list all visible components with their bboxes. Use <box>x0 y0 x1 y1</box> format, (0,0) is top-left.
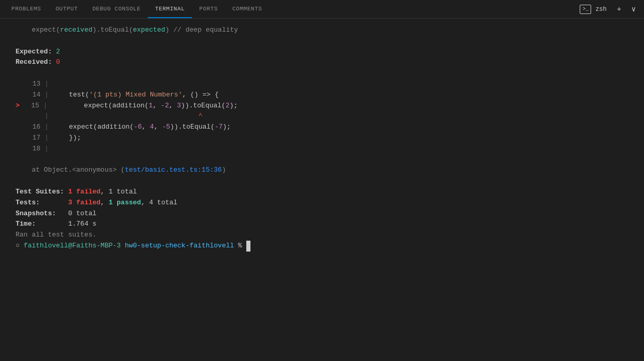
line-num-15: 15 <box>24 101 39 112</box>
snapshots-line: Snapshots: 0 total <box>16 209 634 219</box>
tab-comments[interactable]: COMMENTS <box>225 0 269 18</box>
prompt-dir: hw0-setup-check-faithlovell <box>125 241 234 252</box>
code-line-14: 14 | test('(1 pts) Mixed Numbers', () =>… <box>16 90 634 101</box>
expected-value: 2 <box>56 47 60 58</box>
suites-failed-num: 1 failed <box>68 187 100 198</box>
code-line-13: 13 | <box>16 79 634 90</box>
prompt-line: ○ faithlovell@Faiths-MBP-3 hw0-setup-che… <box>16 241 634 252</box>
ran-all-text: Ran all test suites. <box>16 230 96 241</box>
line-num-14: 14 <box>25 90 40 101</box>
expected-line: Expected: 2 <box>16 47 634 58</box>
time-line: Time: 1.764 s <box>16 219 634 230</box>
at-object-line: at Object.<anonymous> (test/basic.test.t… <box>16 165 634 176</box>
expect-line: expect(received).toEqual(expected) // de… <box>16 25 634 36</box>
expect-text: expect(received).toEqual(expected) // de… <box>16 25 238 36</box>
received-value: 0 <box>56 57 60 68</box>
shell-name-label: zsh <box>595 6 607 13</box>
terminal-icon: >_ <box>580 5 591 14</box>
tab-terminal[interactable]: TERMINAL <box>148 0 192 18</box>
code-line-17: 17 | }); <box>16 133 634 144</box>
tests-line: Tests: 3 failed , 1 passed , 4 total <box>16 198 634 209</box>
snapshots-value: 0 total <box>68 209 96 219</box>
code-line-16: 16 | expect(addition(-6, 4, -5)).toEqual… <box>16 122 634 133</box>
tab-actions: >_ zsh + ∨ <box>580 3 640 16</box>
add-terminal-button[interactable]: + <box>613 3 625 16</box>
terminal-options-button[interactable]: ∨ <box>627 3 640 16</box>
test-suites-line: Test Suites: 1 failed , 1 total <box>16 187 634 198</box>
prompt-user: faithlovell@Faiths-MBP-3 <box>24 241 121 252</box>
ran-all-line: Ran all test suites. <box>16 230 634 241</box>
line-num-16: 16 <box>25 122 40 133</box>
tab-debug-console[interactable]: DEBUG CONSOLE <box>85 0 148 18</box>
tests-failed-count: 3 failed <box>68 198 100 209</box>
tab-output[interactable]: OUTPUT <box>48 0 85 18</box>
line-num-17: 17 <box>25 133 40 144</box>
received-line: Received: 0 <box>16 57 634 68</box>
tab-ports[interactable]: PORTS <box>192 0 225 18</box>
code-line-15: > 15 | expect(addition(1, -2, 3)).toEqua… <box>16 101 634 112</box>
line-num-13: 13 <box>25 79 40 90</box>
tab-bar: PROBLEMS OUTPUT DEBUG CONSOLE TERMINAL P… <box>0 0 644 19</box>
time-value: 1.764 s <box>68 219 96 230</box>
terminal-content[interactable]: expect(received).toEqual(expected) // de… <box>0 19 644 361</box>
code-line-18: 18 | <box>16 144 634 155</box>
line-num-18: 18 <box>25 144 40 155</box>
tab-problems[interactable]: PROBLEMS <box>4 0 48 18</box>
tests-passed-count: 1 passed <box>108 198 141 209</box>
caret-line: | ^ <box>16 111 634 122</box>
